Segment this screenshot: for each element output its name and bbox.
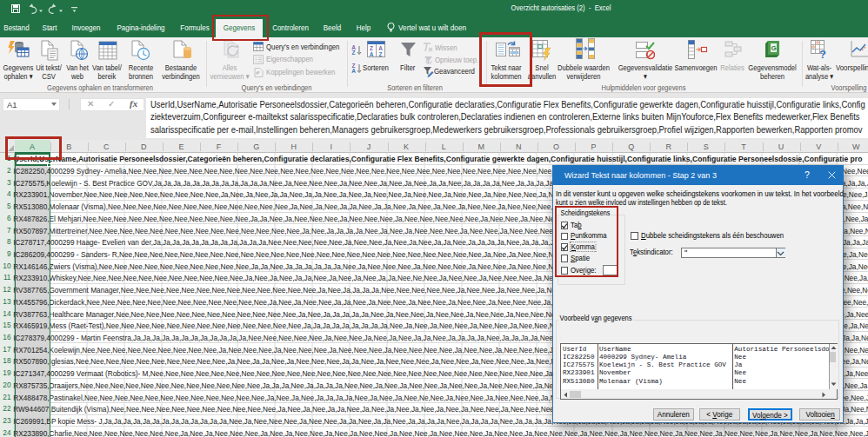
- svg-text:?: ?: [819, 48, 826, 61]
- svg-text:Z: Z: [370, 45, 373, 51]
- svg-text:Z: Z: [379, 51, 383, 57]
- svg-text:A: A: [378, 45, 383, 51]
- svg-text:A: A: [370, 51, 374, 57]
- svg-text:G: G: [771, 44, 776, 52]
